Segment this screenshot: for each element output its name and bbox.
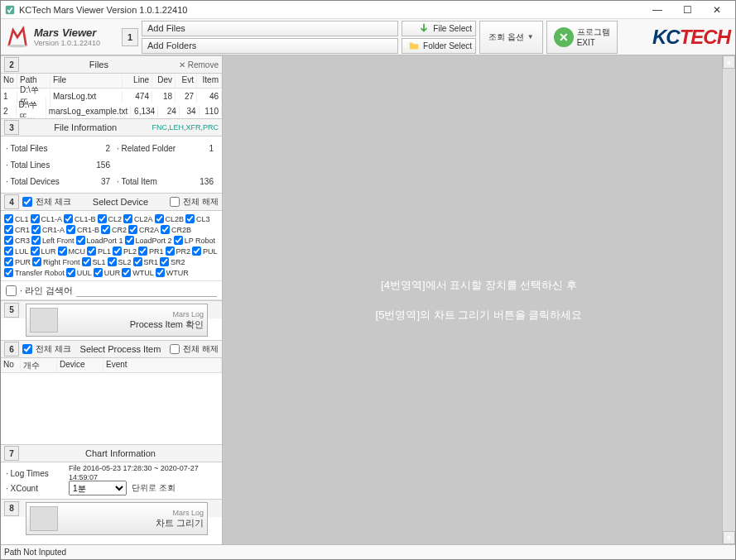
- device-checkbox[interactable]: SL1: [82, 257, 106, 266]
- device-checkbox-input[interactable]: [31, 214, 40, 223]
- device-checkbox[interactable]: LUR: [31, 246, 56, 256]
- device-checkbox[interactable]: PUR: [4, 257, 31, 266]
- device-checkbox-input[interactable]: [66, 268, 75, 277]
- device-checkbox-input[interactable]: [4, 225, 13, 234]
- device-checkbox[interactable]: Left Front: [31, 236, 75, 245]
- device-checkbox-input[interactable]: [32, 257, 41, 266]
- device-checkbox-input[interactable]: [94, 268, 103, 277]
- device-checkbox[interactable]: CR1-A: [31, 225, 65, 234]
- device-checkbox[interactable]: CL1: [4, 214, 29, 223]
- device-checkbox-input[interactable]: [4, 246, 13, 256]
- device-checkbox[interactable]: CR3: [4, 236, 30, 245]
- device-checkbox-input[interactable]: [113, 246, 122, 256]
- device-checkbox[interactable]: SR1: [133, 257, 159, 266]
- search-input[interactable]: [76, 284, 217, 297]
- device-checkbox-input[interactable]: [58, 246, 67, 256]
- device-checkbox[interactable]: CR2A: [128, 225, 159, 234]
- device-checkbox-input[interactable]: [66, 225, 75, 234]
- device-checkbox-input[interactable]: [98, 214, 107, 223]
- device-checkbox-input[interactable]: [166, 246, 175, 256]
- table-row[interactable]: 2D:\쑤뜨…marsLog_example.txt6,1342434110: [1, 103, 222, 118]
- device-checkbox[interactable]: CR1-B: [66, 225, 99, 234]
- scroll-down-button[interactable]: ▼: [723, 531, 735, 544]
- device-checkbox-input[interactable]: [174, 236, 183, 245]
- uncheck-all-process[interactable]: [170, 344, 180, 354]
- device-checkbox-input[interactable]: [87, 246, 96, 256]
- add-folders-button[interactable]: Add Folders: [142, 38, 398, 54]
- check-all-devices[interactable]: [22, 197, 32, 207]
- exit-button[interactable]: ✕ 프로그램 EXIT: [546, 21, 618, 54]
- device-checkbox[interactable]: PR1: [138, 246, 164, 256]
- device-checkbox[interactable]: UUR: [94, 268, 121, 277]
- device-checkbox-input[interactable]: [185, 214, 195, 223]
- device-checkbox-input[interactable]: [108, 257, 117, 266]
- device-checkbox[interactable]: CL1-B: [64, 214, 96, 223]
- device-checkbox-input[interactable]: [64, 214, 73, 223]
- device-checkbox[interactable]: CL1-A: [31, 214, 63, 223]
- device-checkbox-input[interactable]: [82, 257, 91, 266]
- device-checkbox[interactable]: Transfer Robot: [4, 268, 65, 277]
- device-checkbox[interactable]: PUL: [192, 246, 218, 256]
- device-checkbox[interactable]: CL2A: [123, 214, 153, 223]
- device-checkbox-input[interactable]: [4, 214, 13, 223]
- file-select-button[interactable]: File Select: [402, 21, 476, 36]
- device-checkbox[interactable]: LUL: [4, 246, 29, 256]
- search-enable-checkbox[interactable]: [6, 285, 17, 296]
- device-checkbox-input[interactable]: [122, 268, 131, 277]
- device-checkbox-input[interactable]: [4, 236, 13, 245]
- device-checkbox[interactable]: SL2: [108, 257, 132, 266]
- device-checkbox-input[interactable]: [128, 225, 137, 234]
- draw-chart-button[interactable]: Mars Log 차트 그리기: [26, 502, 208, 535]
- device-checkbox-input[interactable]: [192, 246, 201, 256]
- device-checkbox-input[interactable]: [101, 225, 110, 234]
- device-checkbox[interactable]: WTUR: [156, 268, 189, 277]
- device-checkbox-input[interactable]: [4, 268, 13, 277]
- check-all-process[interactable]: [22, 344, 32, 354]
- device-checkbox[interactable]: CL2B: [155, 214, 185, 223]
- device-checkbox[interactable]: CR1: [4, 225, 30, 234]
- remove-button[interactable]: ✕ Remove: [179, 60, 219, 69]
- device-label: SR1: [144, 258, 159, 266]
- minimize-button[interactable]: —: [642, 2, 672, 18]
- device-checkbox-input[interactable]: [76, 236, 85, 245]
- process-item-button[interactable]: Mars Log Process Item 확인: [26, 304, 208, 337]
- device-checkbox-input[interactable]: [31, 236, 41, 245]
- device-checkbox-input[interactable]: [133, 257, 142, 266]
- close-button[interactable]: ✕: [702, 2, 732, 18]
- device-checkbox-input[interactable]: [123, 214, 132, 223]
- device-checkbox[interactable]: LoadPort 2: [125, 236, 172, 245]
- maximize-button[interactable]: ☐: [672, 2, 702, 18]
- device-checkbox[interactable]: PL1: [87, 246, 111, 256]
- uncheck-all-devices[interactable]: [170, 197, 180, 207]
- device-checkbox[interactable]: LoadPort 1: [76, 236, 123, 245]
- xcount-select[interactable]: 1분: [69, 481, 127, 495]
- device-checkbox[interactable]: CR2: [101, 225, 127, 234]
- device-checkbox[interactable]: CR2B: [161, 225, 191, 234]
- device-checkbox[interactable]: UUL: [66, 268, 92, 277]
- device-checkbox[interactable]: MCU: [58, 246, 86, 256]
- add-files-button[interactable]: Add Files: [142, 21, 398, 36]
- device-checkbox-input[interactable]: [125, 236, 134, 245]
- device-checkbox[interactable]: Right Front: [32, 257, 80, 266]
- vertical-scrollbar[interactable]: ▲ ▼: [722, 55, 735, 544]
- device-checkbox-input[interactable]: [138, 246, 147, 256]
- device-checkbox[interactable]: PL2: [113, 246, 137, 256]
- device-checkbox[interactable]: CL3: [185, 214, 210, 223]
- device-checkbox[interactable]: CL2: [98, 214, 123, 223]
- scroll-up-button[interactable]: ▲: [723, 55, 735, 69]
- device-label: PL2: [123, 247, 137, 256]
- device-checkbox-input[interactable]: [31, 246, 40, 256]
- device-checkbox-input[interactable]: [156, 268, 165, 277]
- device-checkbox-input[interactable]: [31, 225, 41, 234]
- device-checkbox[interactable]: PR2: [166, 246, 191, 256]
- device-checkbox[interactable]: WTUL: [122, 268, 154, 277]
- device-checkbox-input[interactable]: [4, 257, 13, 266]
- device-checkbox[interactable]: LP Robot: [174, 236, 215, 245]
- device-checkbox-input[interactable]: [155, 214, 164, 223]
- device-checkbox-input[interactable]: [161, 225, 170, 234]
- options-button[interactable]: 조회 옵션 ▼: [479, 21, 543, 54]
- device-checkbox-input[interactable]: [160, 257, 169, 266]
- device-checkbox[interactable]: SR2: [160, 257, 185, 266]
- top-toolbar: Mars Viewer Version 1.0.1.22410 1 Add Fi…: [1, 19, 735, 55]
- folder-select-button[interactable]: Folder Select: [402, 38, 476, 54]
